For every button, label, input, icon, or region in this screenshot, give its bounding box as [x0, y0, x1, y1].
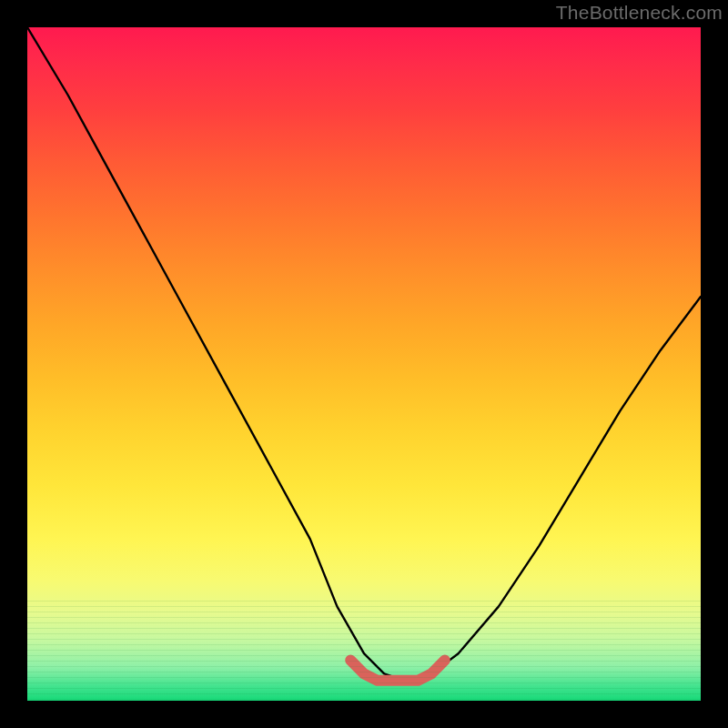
chart-plot-area [27, 27, 701, 701]
watermark-text: TheBottleneck.com [556, 2, 723, 24]
bottleneck-curve-path [27, 27, 701, 681]
chart-svg [27, 27, 701, 701]
chart-stage: TheBottleneck.com [0, 0, 728, 728]
optimal-range-marker-path [350, 661, 445, 681]
